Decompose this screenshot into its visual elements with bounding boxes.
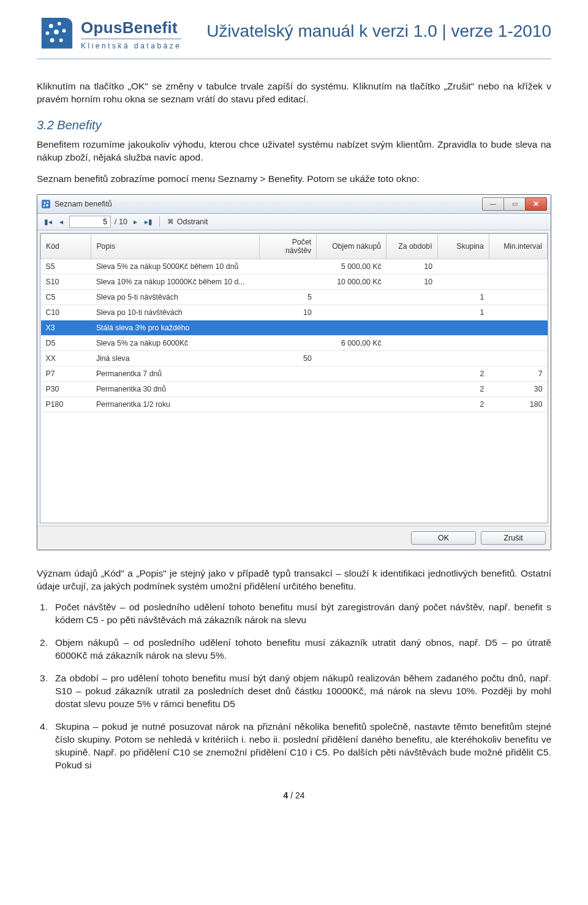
- list-item: Objem nákupů – od posledního udělení toh…: [37, 637, 551, 662]
- benefits-table[interactable]: Kód Popis Počet návštěv Objem nákupů Za …: [40, 233, 548, 412]
- next-page-button[interactable]: ▸: [130, 216, 141, 227]
- window-title: Seznam benefitů: [55, 200, 112, 208]
- svg-point-8: [43, 202, 45, 203]
- table-row[interactable]: S5Sleva 5% za nákup 5000Kč během 10 dnů5…: [41, 259, 548, 274]
- svg-rect-7: [42, 200, 50, 208]
- svg-point-9: [47, 201, 49, 203]
- prev-page-button[interactable]: ◂: [56, 216, 67, 227]
- after-paragraph: Význam údajů „Kód" a „Popis" je stejný j…: [37, 567, 551, 593]
- logo-title: OpusBenefit: [81, 18, 181, 37]
- col-min[interactable]: Min.interval: [489, 233, 547, 259]
- section-heading: 3.2 Benefity: [37, 118, 551, 132]
- svg-point-3: [54, 29, 59, 34]
- remove-label: Odstranit: [177, 218, 208, 226]
- col-objem[interactable]: Objem nákupů: [317, 233, 386, 259]
- table-row[interactable]: S10Sleva 10% za nákup 10000Kč během 10 d…: [41, 274, 548, 289]
- document-title: Uživatelský manuál k verzi 1.0 | verze 1…: [194, 15, 551, 41]
- table-row[interactable]: P30Permanentka 30 dnů230: [41, 381, 548, 396]
- logo-mark-icon: [37, 15, 75, 53]
- svg-point-11: [46, 204, 48, 206]
- section-paragraph-2: Seznam benefitů zobrazíme pomocí menu Se…: [37, 173, 551, 186]
- criteria-list: Počet návštěv – od posledního udělení to…: [37, 601, 551, 771]
- col-popis[interactable]: Popis: [91, 233, 260, 259]
- col-skupina[interactable]: Skupina: [437, 233, 489, 259]
- table-row[interactable]: D5Sleva 5% za nákup 6000Kč6 000,00 Kč: [41, 335, 548, 350]
- page-input[interactable]: [69, 216, 111, 228]
- svg-point-6: [59, 39, 63, 42]
- table-empty-area: [40, 412, 548, 523]
- window-footer: OK Zrušit: [37, 526, 551, 550]
- minimize-button[interactable]: —: [482, 197, 504, 211]
- svg-point-1: [58, 22, 61, 26]
- table-row[interactable]: P7Permanentka 7 dnů27: [41, 366, 548, 381]
- table-row[interactable]: P180Permanentka 1/2 roku2180: [41, 396, 548, 412]
- first-page-button[interactable]: ▮◂: [42, 216, 53, 227]
- col-pocet[interactable]: Počet návštěv: [260, 233, 317, 259]
- col-za[interactable]: Za období: [386, 233, 437, 259]
- last-page-button[interactable]: ▸▮: [143, 216, 154, 227]
- remove-button[interactable]: ✖ Odstranit: [165, 216, 211, 227]
- close-button[interactable]: ✕: [525, 197, 547, 211]
- table-row[interactable]: C5Sleva po 5-ti návštěvách51: [41, 289, 548, 305]
- col-kod[interactable]: Kód: [41, 233, 91, 259]
- svg-point-10: [43, 205, 45, 206]
- titlebar: Seznam benefitů — ▭ ✕: [37, 195, 551, 214]
- page-total: / 10: [115, 218, 127, 226]
- svg-point-2: [46, 31, 50, 35]
- table-row[interactable]: XXJiná sleva50: [41, 350, 548, 366]
- window-icon: [41, 199, 51, 209]
- toolbar: ▮◂ ◂ / 10 ▸ ▸▮ ✖ Odstranit: [37, 214, 551, 230]
- section-paragraph-1: Benefitem rozumíme jakoukoliv výhodu, kt…: [37, 138, 551, 164]
- table-row[interactable]: X3Stálá sleva 3% pro každého: [41, 320, 548, 335]
- maximize-button[interactable]: ▭: [503, 197, 526, 211]
- cancel-button[interactable]: Zrušit: [481, 531, 546, 545]
- svg-point-4: [62, 29, 66, 32]
- svg-point-5: [50, 38, 55, 42]
- benefits-window: Seznam benefitů — ▭ ✕ ▮◂ ◂ / 10 ▸ ▸▮ ✖ O…: [37, 194, 551, 550]
- list-item: Za období – pro udělení tohoto benefitu …: [37, 672, 551, 711]
- intro-paragraph: Kliknutím na tlačítko „OK" se změny v ta…: [37, 80, 551, 106]
- document-header: OpusBenefit Klientská databáze Uživatels…: [37, 15, 551, 59]
- table-row[interactable]: C10Sleva po 10-ti návštěvách101: [41, 305, 548, 320]
- svg-point-0: [49, 24, 53, 28]
- page-number: 4 / 24: [37, 790, 551, 800]
- list-item: Počet návštěv – od posledního udělení to…: [37, 601, 551, 627]
- logo-subtitle: Klientská databáze: [81, 39, 181, 50]
- ok-button[interactable]: OK: [411, 531, 476, 545]
- delete-icon: ✖: [167, 217, 174, 226]
- list-item: Skupina – pokud je nutné posuzovat nárok…: [37, 721, 551, 772]
- logo: OpusBenefit Klientská databáze: [37, 15, 181, 53]
